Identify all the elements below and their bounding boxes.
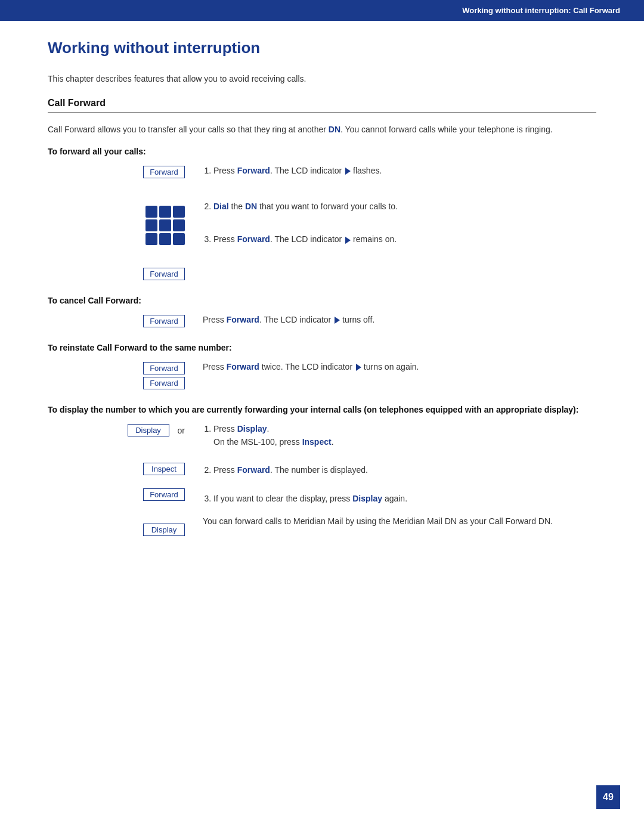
- forward-button-reinstate-2[interactable]: Forward: [143, 377, 185, 389]
- page-content: Working without interruption This chapte…: [0, 39, 644, 587]
- step2-text: Dial the DN that you want to forward you…: [213, 200, 596, 213]
- display-right: Press Display. On the MSL-100, press Ins…: [203, 423, 596, 538]
- arrow-icon-reinstate: [356, 364, 361, 371]
- keypad-cell: [159, 233, 171, 245]
- step-left-buttons: Forward Forward: [48, 165, 203, 283]
- keypad-cell: [145, 233, 157, 245]
- keypad-cell: [159, 206, 171, 218]
- display-step2: Press Forward. The number is displayed.: [213, 464, 596, 477]
- display-button-2-row: Display: [143, 524, 185, 538]
- arrow-icon-1: [345, 168, 351, 175]
- arrow-icon-3: [345, 237, 351, 244]
- header-text: Working without interruption: Call Forwa…: [462, 6, 620, 15]
- display-button-2[interactable]: Display: [143, 524, 185, 536]
- display-step1-bold: Display: [237, 424, 267, 433]
- section-description: Call Forward allows you to transfer all …: [48, 123, 596, 136]
- forward-button-cancel[interactable]: Forward: [143, 315, 185, 327]
- forward-button-display[interactable]: Forward: [143, 488, 185, 501]
- step3-bold: Forward: [237, 234, 270, 244]
- keypad-cell: [173, 219, 185, 231]
- cancel-left: Forward: [48, 314, 203, 330]
- forward-button-3[interactable]: Forward: [143, 268, 185, 280]
- display-steps-group: Display or Inspect Forward Display Press…: [48, 423, 596, 538]
- step2-dial: Dial: [213, 202, 229, 211]
- keypad-cell: [145, 206, 157, 218]
- forward-button-1[interactable]: Forward: [143, 166, 185, 178]
- keypad-cell: [173, 233, 185, 245]
- inspect-button-row: Inspect: [143, 464, 185, 475]
- display-step3: If you want to clear the display, press …: [213, 493, 596, 506]
- subsection1-label: To forward all your calls:: [48, 147, 596, 156]
- forward-steps-text: Press Forward. The LCD indicator flashes…: [203, 165, 596, 283]
- display-step2-bold: Forward: [237, 465, 270, 475]
- cancel-forward-group: Forward Press Forward. The LCD indicator…: [48, 314, 596, 330]
- step1-text: Press Forward. The LCD indicator flashes…: [213, 165, 596, 178]
- step1-bold: Forward: [237, 166, 270, 175]
- reinstate-group: Forward Forward Press Forward twice. The…: [48, 361, 596, 392]
- forward-steps-group: Forward Forward Press Forward. The LCD i…: [48, 165, 596, 283]
- display-button-1[interactable]: Display: [128, 424, 169, 436]
- subsection2-label: To cancel Call Forward:: [48, 296, 596, 305]
- subsection3-label: To reinstate Call Forward to the same nu…: [48, 343, 596, 352]
- forward-button-display-row: Forward: [143, 488, 185, 503]
- reinstate-bold: Forward: [227, 362, 259, 371]
- reinstate-right: Press Forward twice. The LCD indicator t…: [203, 361, 596, 392]
- display-step3-bold: Display: [352, 494, 382, 503]
- keypad-cell: [159, 219, 171, 231]
- desc-part2: . You cannot forward calls while your te…: [340, 125, 553, 134]
- keypad-grid: [145, 206, 185, 245]
- display-step1: Press Display. On the MSL-100, press Ins…: [213, 423, 596, 448]
- header-bar: Working without interruption: Call Forwa…: [0, 0, 644, 21]
- page-title: Working without interruption: [48, 39, 596, 57]
- section-heading: Call Forward: [48, 98, 596, 113]
- cancel-bold: Forward: [227, 315, 259, 324]
- step3-text: Press Forward. The LCD indicator remains…: [213, 233, 596, 246]
- or-text: or: [178, 426, 185, 435]
- subsection4-label: To display the number to which you are c…: [48, 405, 596, 414]
- intro-text: This chapter describes features that all…: [48, 74, 596, 83]
- arrow-icon-cancel: [335, 317, 340, 324]
- display-or-inspect: Display or: [128, 424, 185, 436]
- keypad-cell: [173, 206, 185, 218]
- step2-dn: DN: [245, 202, 257, 211]
- final-text: You can forward calls to Meridian Mail b…: [203, 515, 596, 528]
- reinstate-left: Forward Forward: [48, 361, 203, 392]
- inspect-button[interactable]: Inspect: [143, 463, 185, 475]
- desc-part1: Call Forward allows you to transfer all …: [48, 125, 329, 134]
- forward-button-reinstate-1[interactable]: Forward: [143, 362, 185, 374]
- keypad-cell: [145, 219, 157, 231]
- display-left: Display or Inspect Forward Display: [48, 423, 203, 538]
- page-number: 49: [596, 785, 620, 809]
- desc-dn: DN: [329, 125, 340, 134]
- inspect-bold: Inspect: [302, 437, 332, 447]
- cancel-right: Press Forward. The LCD indicator turns o…: [203, 314, 596, 330]
